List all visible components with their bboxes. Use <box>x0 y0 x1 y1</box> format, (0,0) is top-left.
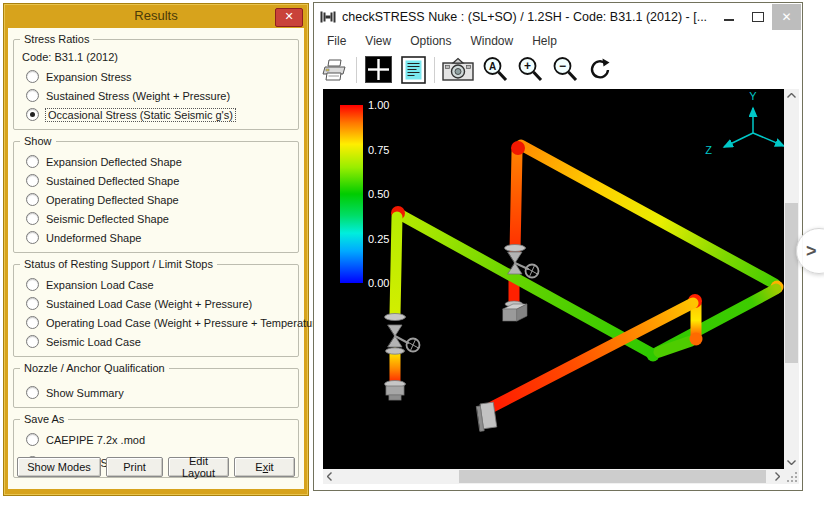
valve-b <box>505 245 539 278</box>
show-modes-button[interactable]: Show Modes <box>17 457 101 477</box>
stress-ratio-legend: 1.00 0.75 0.50 0.25 0.00 <box>340 99 389 289</box>
radio-icon <box>26 278 39 291</box>
code-line: Code: B31.1 (2012) <box>18 50 294 67</box>
radio-seismic-load[interactable]: Seismic Load Case <box>18 332 294 351</box>
zoom-out-sign: − <box>558 59 565 73</box>
scroll-up-icon[interactable] <box>785 89 798 102</box>
pipe-run-top <box>521 145 775 284</box>
radio-sustained-deflected[interactable]: Sustained Deflected Shape <box>18 171 294 190</box>
axis-y-label: Y <box>749 90 757 102</box>
zoom-in-icon[interactable]: + <box>516 55 544 85</box>
pipe-run-long-diagonal <box>401 215 651 353</box>
printer-icon[interactable] <box>321 55 349 85</box>
radio-expansion-deflected[interactable]: Expansion Deflected Shape <box>18 152 294 171</box>
menu-window[interactable]: Window <box>471 34 514 48</box>
group-show: Show Expansion Deflected Shape Sustained… <box>13 141 299 253</box>
radio-sustained-stress[interactable]: Sustained Stress (Weight + Pressure) <box>18 86 294 105</box>
exit-button[interactable]: Exit <box>234 457 295 477</box>
radio-operating-deflected[interactable]: Operating Deflected Shape <box>18 190 294 209</box>
camera-icon[interactable] <box>442 55 474 85</box>
menu-view[interactable]: View <box>365 34 391 48</box>
horizontal-scrollbar[interactable] <box>323 469 784 484</box>
results-dialog-body: Stress Ratios Code: B31.1 (2012) Expansi… <box>8 28 304 489</box>
results-dialog-titlebar[interactable]: Results <box>4 4 308 28</box>
radio-expansion-load[interactable]: Expansion Load Case <box>18 275 294 294</box>
menu-file[interactable]: File <box>327 34 346 48</box>
window-title: checkSTRESS Nuke : (SL+SO) / 1.2SH - Cod… <box>342 10 742 24</box>
maximize-icon[interactable] <box>743 4 772 30</box>
scroll-left-icon[interactable] <box>323 470 336 483</box>
legend-tick: 1.00 <box>368 99 389 111</box>
group-title: Nozzle / Anchor Qualification <box>20 362 169 374</box>
radio-icon <box>26 297 39 310</box>
window-controls: ✕ <box>714 4 801 30</box>
radio-sustained-load[interactable]: Sustained Load Case (Weight + Pressure) <box>18 294 294 313</box>
vertical-scrollbar[interactable] <box>784 89 799 469</box>
window-close-icon[interactable]: ✕ <box>772 4 801 30</box>
group-nozzle: Nozzle / Anchor Qualification Show Summa… <box>13 368 299 408</box>
toolbar: A + − <box>314 51 802 88</box>
radio-caepipe-mod[interactable]: CAEPIPE 7.2x .mod <box>18 430 294 449</box>
anchor-a <box>385 381 406 401</box>
print-button[interactable]: Print <box>106 457 163 477</box>
support-b <box>503 301 527 321</box>
horizontal-scroll-thumb[interactable] <box>459 470 766 483</box>
toolbar-separator <box>356 57 357 83</box>
radio-icon <box>26 70 39 83</box>
resize-grip[interactable] <box>784 469 799 484</box>
group-stress-ratios: Stress Ratios Code: B31.1 (2012) Expansi… <box>13 39 299 130</box>
group-title: Save As <box>20 413 68 425</box>
radio-occasional-stress[interactable]: Occasional Stress (Static Seismic g's) <box>18 105 294 124</box>
chevron-right-icon: > <box>806 241 817 262</box>
checkstress-window: checkSTRESS Nuke : (SL+SO) / 1.2SH - Cod… <box>313 2 803 491</box>
legend-tick: 0.00 <box>368 277 389 289</box>
radio-show-summary[interactable]: Show Summary <box>18 383 294 402</box>
radio-icon <box>26 89 39 102</box>
radio-undeformed[interactable]: Undeformed Shape <box>18 228 294 247</box>
rotate-icon[interactable] <box>586 55 614 85</box>
menu-options[interactable]: Options <box>410 34 451 48</box>
vertical-scroll-thumb[interactable] <box>785 203 798 363</box>
toolbar-separator <box>434 57 435 83</box>
group-title: Status of Resting Support / Limit Stops <box>20 258 217 270</box>
menubar: File View Options Window Help <box>314 31 802 51</box>
radio-icon <box>26 231 39 244</box>
group-support-status: Status of Resting Support / Limit Stops … <box>13 264 299 357</box>
radio-expansion-stress[interactable]: Expansion Stress <box>18 67 294 86</box>
axis-z-label: Z <box>705 144 712 156</box>
zoom-all-icon[interactable]: A <box>481 55 509 85</box>
minimize-icon[interactable] <box>714 4 743 30</box>
scroll-right-icon[interactable] <box>771 470 784 483</box>
radio-icon <box>26 193 39 206</box>
edit-layout-button[interactable]: Edit Layout <box>168 457 229 477</box>
results-dialog: Results ✕ Stress Ratios Code: B31.1 (201… <box>3 3 309 496</box>
legend-tick: 0.50 <box>368 188 389 200</box>
group-title: Show <box>20 135 56 147</box>
results-dialog-title: Results <box>134 8 177 23</box>
radio-icon <box>26 386 39 399</box>
piping-model <box>385 141 784 431</box>
scroll-down-icon[interactable] <box>785 456 798 469</box>
axes-triad: Y X Z <box>705 90 784 156</box>
pipe-riser-b-upper <box>515 152 517 251</box>
zoom-in-sign: + <box>523 59 530 73</box>
3d-viewport[interactable]: 1.00 0.75 0.50 0.25 0.00 Y X Z <box>323 89 784 469</box>
radio-icon <box>26 174 39 187</box>
radio-seismic-deflected[interactable]: Seismic Deflected Shape <box>18 209 294 228</box>
legend-tick: 0.75 <box>368 144 389 156</box>
menu-help[interactable]: Help <box>532 34 557 48</box>
crosshair-icon[interactable] <box>364 55 392 85</box>
close-icon[interactable]: ✕ <box>275 8 303 27</box>
zoom-all-letter: A <box>488 61 495 72</box>
zoom-out-icon[interactable]: − <box>551 55 579 85</box>
report-icon[interactable] <box>399 55 427 85</box>
dialog-button-row: Show Modes Print Edit Layout Exit <box>8 457 304 477</box>
app-icon <box>320 11 336 23</box>
radio-icon <box>26 335 39 348</box>
radio-icon <box>26 316 39 329</box>
radio-icon <box>26 433 39 446</box>
radio-operating-load[interactable]: Operating Load Case (Weight + Pressure +… <box>18 313 294 332</box>
radio-icon-selected <box>26 108 39 121</box>
group-title: Stress Ratios <box>20 33 93 45</box>
elbow-b-top <box>511 141 525 155</box>
